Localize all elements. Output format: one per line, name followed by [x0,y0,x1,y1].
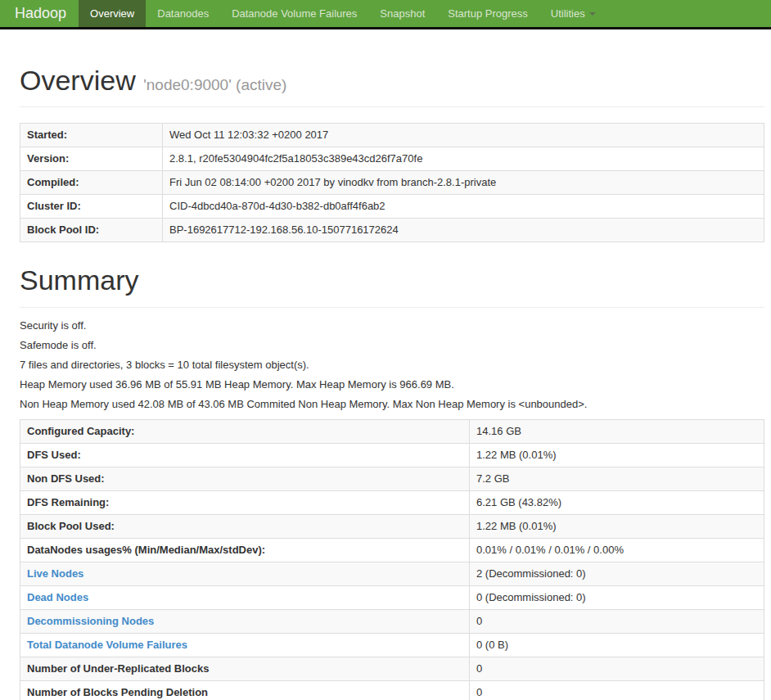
table-row: Total Datanode Volume Failures 0 (0 B) [20,633,764,657]
heap-memory-status: Heap Memory used 36.96 MB of 55.91 MB He… [20,377,764,391]
summary-label-block-pool-used: Block Pool Used: [20,514,470,538]
summary-value-block-pool-used: 1.22 MB (0.01%) [470,514,764,538]
nav-item-overview[interactable]: Overview [79,0,146,27]
table-row: Live Nodes 2 (Decommissioned: 0) [20,562,764,585]
summary-status-text: Security is off. Safemode is off. 7 file… [20,318,764,411]
info-value-cluster-id: CID-4dbcd40a-870d-4d30-b382-db0aff4f6ab2 [163,195,764,219]
summary-title: Summary [20,265,764,296]
overview-info-table: Started: Wed Oct 11 12:03:32 +0200 2017 … [20,123,764,242]
info-label-compiled: Compiled: [20,171,163,195]
summary-table: Configured Capacity: 14.16 GB DFS Used: … [20,419,764,700]
filesystem-objects-status: 7 files and directories, 3 blocks = 10 t… [20,358,764,372]
navbar-menu: Overview Datanodes Datanode Volume Failu… [79,0,607,27]
summary-value-non-dfs-used: 7.2 GB [470,467,764,490]
summary-value-dfs-used: 1.22 MB (0.01%) [470,443,764,467]
summary-value-decommissioning-nodes: 0 [470,609,764,633]
page-subtitle: 'node0:9000' (active) [143,76,286,93]
table-row: Number of Under-Replicated Blocks 0 [20,657,764,680]
summary-label-configured-capacity: Configured Capacity: [20,419,470,443]
table-row: Block Pool Used: 1.22 MB (0.01%) [20,514,764,538]
info-value-started: Wed Oct 11 12:03:32 +0200 2017 [163,124,764,147]
summary-value-volume-failures: 0 (0 B) [470,633,764,657]
table-row: Block Pool ID: BP-1692617712-192.168.56.… [20,219,764,242]
info-value-block-pool-id: BP-1692617712-192.168.56.10-150771617262… [163,219,764,242]
summary-label-dfs-remaining: DFS Remaining: [20,490,470,514]
table-row: DataNodes usages% (Min/Median/Max/stdDev… [20,538,764,562]
table-row: Decommissioning Nodes 0 [20,609,764,633]
table-row: Dead Nodes 0 (Decommissioned: 0) [20,585,764,609]
nav-item-startup-progress[interactable]: Startup Progress [436,0,539,27]
nav-item-snapshot[interactable]: Snapshot [368,0,436,27]
chevron-down-icon [589,12,596,16]
nav-item-utilities-label: Utilities [551,7,585,20]
table-row: Version: 2.8.1, r20fe5304904fc2f5a18053c… [20,147,764,171]
summary-label-datanodes-usages: DataNodes usages% (Min/Median/Max/stdDev… [20,538,470,562]
info-label-cluster-id: Cluster ID: [20,195,163,219]
non-heap-memory-status: Non Heap Memory used 42.08 MB of 43.06 M… [20,397,764,411]
summary-value-configured-capacity: 14.16 GB [470,419,764,443]
table-row: DFS Used: 1.22 MB (0.01%) [20,443,764,467]
summary-value-blocks-pending-deletion: 0 [470,680,764,700]
summary-value-live-nodes: 2 (Decommissioned: 0) [470,562,764,585]
summary-label-blocks-pending-deletion: Number of Blocks Pending Deletion [20,680,470,700]
info-label-version: Version: [20,147,163,171]
table-row: Non DFS Used: 7.2 GB [20,467,764,490]
summary-page-header: Summary [20,265,764,307]
top-navbar: Hadoop Overview Datanodes Datanode Volum… [0,0,771,29]
table-row: Started: Wed Oct 11 12:03:32 +0200 2017 [20,124,764,147]
summary-value-dead-nodes: 0 (Decommissioned: 0) [470,585,764,609]
total-datanode-volume-failures-link[interactable]: Total Datanode Volume Failures [27,639,187,651]
main-content: Overview 'node0:9000' (active) Started: … [0,29,771,700]
overview-page-header: Overview 'node0:9000' (active) [20,65,764,107]
info-value-version: 2.8.1, r20fe5304904fc2f5a18053c389e43cd2… [163,147,764,171]
summary-label-dfs-used: DFS Used: [20,443,470,467]
dead-nodes-link[interactable]: Dead Nodes [27,591,88,603]
table-row: Number of Blocks Pending Deletion 0 [20,680,764,700]
summary-value-datanodes-usages: 0.01% / 0.01% / 0.01% / 0.00% [470,538,764,562]
live-nodes-link[interactable]: Live Nodes [27,567,83,580]
brand-link[interactable]: Hadoop [0,0,79,27]
summary-label-under-replicated-blocks: Number of Under-Replicated Blocks [20,657,470,680]
summary-value-under-replicated-blocks: 0 [470,657,764,680]
summary-value-dfs-remaining: 6.21 GB (43.82%) [470,490,764,514]
table-row: Configured Capacity: 14.16 GB [20,419,764,443]
info-value-compiled: Fri Jun 02 08:14:00 +0200 2017 by vinodk… [163,171,764,195]
nav-item-datanode-volume-failures[interactable]: Datanode Volume Failures [220,0,368,27]
nav-item-utilities-dropdown[interactable]: Utilities [539,0,607,27]
nav-item-datanodes[interactable]: Datanodes [146,0,220,27]
safemode-status: Safemode is off. [20,338,764,352]
table-row: Compiled: Fri Jun 02 08:14:00 +0200 2017… [20,171,764,195]
page-title: Overview 'node0:9000' (active) [20,65,764,96]
table-row: DFS Remaining: 6.21 GB (43.82%) [20,490,764,514]
info-label-block-pool-id: Block Pool ID: [20,219,163,242]
page-title-text: Overview [20,65,136,96]
info-label-started: Started: [20,124,163,147]
table-row: Cluster ID: CID-4dbcd40a-870d-4d30-b382-… [20,195,764,219]
decommissioning-nodes-link[interactable]: Decommissioning Nodes [27,615,154,627]
security-status: Security is off. [20,318,764,332]
summary-label-non-dfs-used: Non DFS Used: [20,467,470,490]
